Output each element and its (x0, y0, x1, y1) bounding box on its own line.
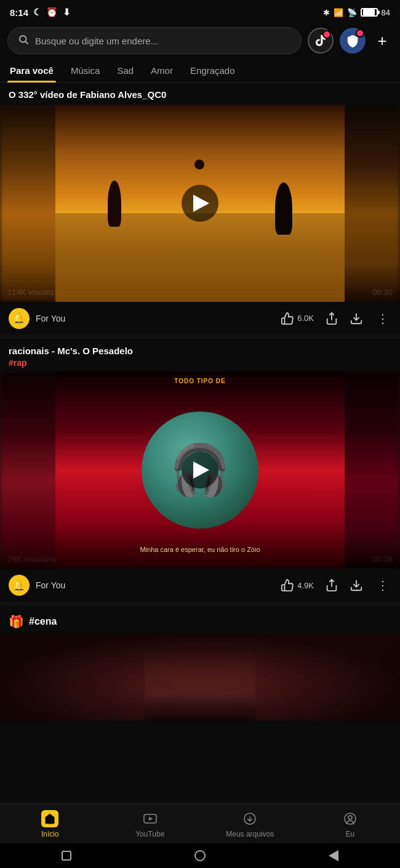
tab-para-voce[interactable]: Para você (7, 59, 56, 82)
nav-label-eu: Eu (345, 830, 354, 838)
video-card-1: O 332° vídeo de Fabiano Alves_QC0 (0, 83, 400, 339)
bluetooth-icon: ✱ (323, 8, 330, 17)
category-tabs: Para você Música Sad Amor Engraçado (0, 59, 400, 83)
video-actions-1: 🔔 For You 6.0K (0, 302, 400, 335)
section-emoji-3: 🎁 (9, 614, 24, 629)
files-icon (241, 810, 258, 827)
search-placeholder: Busque ou digite um endere... (35, 36, 158, 46)
nav-inicio[interactable]: Início (25, 810, 74, 838)
video-tag-2: #rap (9, 358, 391, 368)
plus-button[interactable]: + (372, 30, 393, 51)
action-buttons-2: 4.9K ⋮ (281, 578, 391, 593)
like-count-1: 6.0K (297, 314, 314, 323)
profile-icon (342, 810, 359, 827)
video-title-1: O 332° vídeo de Fabiano Alves_QC0 (0, 83, 400, 105)
search-input-wrap[interactable]: Busque ou digite um endere... (7, 27, 302, 54)
nav-youtube[interactable]: YouTube (126, 810, 175, 838)
video-thumbnail-2[interactable]: TODO TIPO DE 🎧 Minha cara é esperar, eu … (0, 371, 400, 569)
search-bar: Busque ou digite um endere... + (0, 22, 400, 59)
like-count-2: 4.9K (297, 581, 314, 590)
tab-sad[interactable]: Sad (114, 59, 136, 82)
tiktok-button[interactable] (308, 28, 334, 54)
tab-musica[interactable]: Música (68, 59, 103, 82)
like-button-2[interactable]: 4.9K (281, 578, 314, 592)
play-button-1[interactable] (182, 185, 218, 222)
share-button-2[interactable] (325, 578, 338, 592)
video-badge-2: TODO TIPO DE (174, 378, 226, 384)
moon-icon: ☾ (33, 7, 41, 18)
tab-engracado[interactable]: Engraçado (188, 59, 238, 82)
video-actions-2: 🔔 For You 4.9K (0, 569, 400, 602)
play-button-2[interactable] (182, 452, 218, 489)
search-icon (18, 34, 29, 47)
status-bar: 8:14 ☾ ⏰ ⬇ ✱ 📶 📡 84 (0, 0, 400, 22)
status-right: ✱ 📶 📡 84 (323, 8, 390, 17)
android-back-btn[interactable] (326, 848, 342, 864)
download-icon: ⬇ (63, 7, 71, 18)
nav-eu[interactable]: Eu (326, 810, 375, 838)
section-tag-3: #cena (29, 616, 57, 627)
download-button-2[interactable] (350, 578, 363, 592)
svg-line-1 (25, 41, 28, 44)
video-thumbnail-1[interactable]: 114K visualizações 00:30 (0, 105, 400, 302)
svg-point-11 (348, 816, 352, 819)
android-nav (0, 843, 400, 868)
alarm-icon: ⏰ (46, 7, 58, 18)
third-video-preview[interactable] (0, 634, 400, 720)
status-left: 8:14 ☾ ⏰ ⬇ (10, 7, 71, 18)
shield-button[interactable] (340, 28, 366, 54)
like-button-1[interactable]: 6.0K (281, 312, 314, 325)
nav-label-arquivos: Meus arquivos (226, 830, 274, 838)
signal-icon: 📶 (334, 8, 343, 17)
svg-point-0 (20, 36, 26, 43)
time-display: 8:14 (10, 7, 28, 18)
home-icon (41, 810, 58, 827)
battery-percentage: 84 (382, 8, 390, 17)
battery-icon (361, 8, 378, 17)
download-button-1[interactable] (350, 312, 363, 325)
android-recent-btn[interactable] (58, 848, 74, 864)
channel-name-1: For You (36, 314, 281, 323)
video-subtitle-2: Minha cara é esperar, eu não tiro o Zóio (55, 546, 345, 553)
share-button-1[interactable] (325, 312, 338, 325)
nav-label-youtube: YouTube (135, 830, 164, 838)
channel-name-2: For You (36, 580, 281, 590)
tab-amor[interactable]: Amor (148, 59, 175, 82)
android-home-btn[interactable] (192, 848, 208, 864)
svg-marker-7 (149, 817, 153, 821)
wifi-icon: 📡 (347, 8, 357, 17)
channel-avatar-1: 🔔 (9, 308, 30, 329)
search-actions: + (308, 28, 393, 54)
youtube-icon (142, 810, 159, 827)
bottom-nav: Início YouTube Meus arquivos (0, 803, 400, 843)
more-button-1[interactable]: ⋮ (374, 311, 391, 326)
video-title-wrap-2: racionais - Mc's. O Pesadelo #rap (0, 339, 400, 372)
action-buttons-1: 6.0K ⋮ (281, 311, 391, 326)
nav-label-inicio: Início (41, 830, 59, 838)
more-button-2[interactable]: ⋮ (374, 578, 391, 593)
channel-avatar-2: 🔔 (9, 575, 30, 596)
section-title-3: 🎁 #cena (0, 606, 400, 634)
nav-meus-arquivos[interactable]: Meus arquivos (225, 810, 274, 838)
svg-point-10 (345, 813, 356, 824)
video-title-2: racionais - Mc's. O Pesadelo (9, 345, 391, 357)
video-card-2: racionais - Mc's. O Pesadelo #rap TODO T… (0, 339, 400, 606)
